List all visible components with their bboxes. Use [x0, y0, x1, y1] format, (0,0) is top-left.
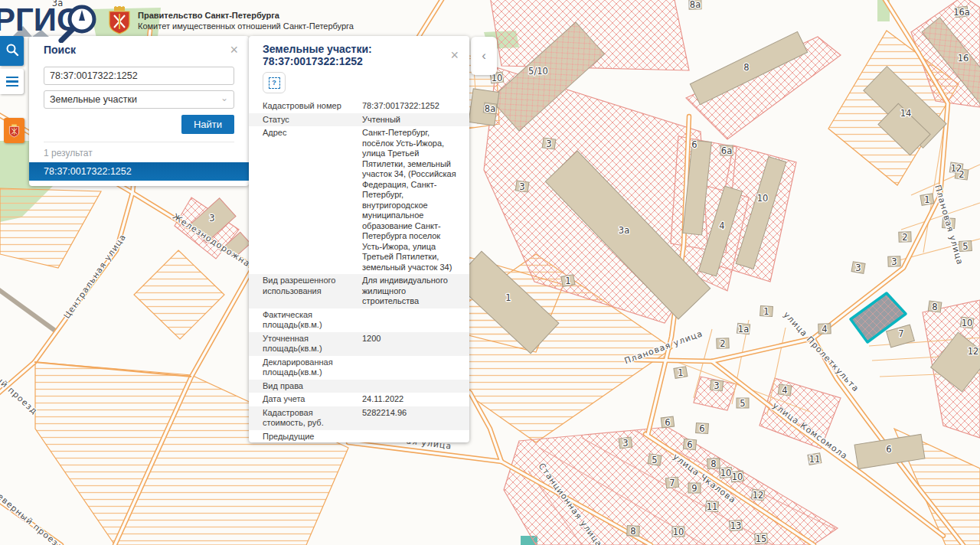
map-number-label: 8: [743, 62, 749, 73]
map-number-label: 8а: [690, 0, 701, 10]
org-line-2: Комитет имущественных отношений Санкт-Пе…: [138, 21, 354, 31]
map-number-label: 8: [932, 302, 937, 312]
map-number-label: 1: [924, 194, 929, 205]
details-row-value: [362, 357, 462, 378]
details-row: Вид разрешенного использованияДля индиви…: [249, 274, 469, 308]
map-number-label: 3: [519, 181, 524, 192]
org-line-1: Правительство Санкт-Петербурга: [138, 10, 354, 21]
map-number-label: 8: [710, 459, 716, 469]
map-number-label: 2: [902, 232, 907, 243]
details-row-value: [362, 310, 462, 331]
details-row-value: 78:37:0017322:1252: [362, 101, 462, 112]
map-number-label: 10: [757, 193, 769, 204]
org-block: Правительство Санкт-Петербурга Комитет и…: [107, 6, 354, 35]
rgis-app: 3а8а16а1685/10108а1466а312231013343а2533…: [0, 0, 980, 545]
details-row: Уточненная площадь(кв.м.)1200: [249, 332, 469, 356]
parcel-details-panel: Земельные участки: 78:37:0017322:1252 × …: [249, 36, 469, 442]
map-number-label: 8а: [485, 103, 495, 114]
details-row: Дата учета24.11.2022: [249, 393, 469, 406]
map-number-label: 3: [209, 213, 214, 224]
toolbar-search-button[interactable]: [0, 36, 24, 66]
map-number-label: 16: [958, 53, 969, 64]
map-number-label: 14: [900, 108, 912, 119]
panel-collapse-button[interactable]: ‹: [471, 37, 497, 75]
map-number-label: 10: [673, 527, 684, 537]
map-number-label: 10: [962, 318, 973, 328]
map-number-label: 2: [959, 169, 964, 180]
map-number-label: 5: [740, 398, 745, 409]
map-number-label: 5: [652, 455, 657, 465]
map-number-label: 6: [691, 139, 697, 150]
map-number-label: 6а: [721, 145, 732, 156]
search-panel-title: Поиск: [44, 44, 76, 56]
map-number-label: 1: [505, 292, 511, 303]
map-number-label: 10: [720, 468, 732, 478]
details-row: АдресСанкт-Петербург, посёлок Усть-Ижора…: [249, 126, 469, 274]
map-number-label: 8: [630, 526, 635, 537]
details-row: Кадастровая стоимость, руб.5282214.96: [249, 406, 469, 430]
map-number-label: 6: [687, 439, 692, 450]
details-row-value: 24.11.2022: [362, 394, 462, 405]
details-row-label: Статус: [263, 115, 362, 126]
parcel-info-tool-button[interactable]: ?: [263, 72, 286, 93]
map-number-label: 10: [732, 472, 743, 482]
details-row-value: [362, 381, 462, 392]
details-row: Кадастровый номер78:37:0017322:1252: [249, 100, 469, 113]
details-row-value: [362, 432, 462, 443]
map-number-label: 2: [720, 338, 725, 349]
map-number-label: 6: [886, 444, 891, 455]
details-panel-title: Земельные участки: 78:37:0017322:1252: [263, 43, 449, 67]
details-panel-close-icon[interactable]: ×: [449, 50, 460, 60]
toolbar-menu-button[interactable]: [0, 69, 24, 94]
toolbar-emblem-button[interactable]: [4, 118, 24, 143]
search-panel-close-icon[interactable]: ×: [228, 44, 240, 55]
map-number-label: 6: [699, 423, 704, 434]
map-number-label: 7: [669, 478, 675, 488]
map-number-label: 1: [565, 276, 570, 286]
search-panel: Поиск × ⌄ Найти 1 результат 78:37:001732…: [29, 36, 249, 186]
map-number-label: 12: [753, 490, 764, 501]
details-row: Декларированная площадь(кв.м.): [249, 356, 469, 380]
details-row-value: Для индивидуального жилищного строительс…: [362, 276, 462, 307]
map-number-label: 5/10: [528, 66, 548, 77]
map-number-label: 11: [809, 454, 821, 465]
details-row-label: Кадастровый номер: [263, 101, 362, 112]
map-number-label: 11: [707, 501, 718, 512]
results-count: 1 результат: [29, 142, 249, 162]
details-row-value: 5282214.96: [362, 408, 462, 429]
search-category-select[interactable]: [44, 90, 234, 109]
details-row-value: Учтенный: [362, 115, 462, 126]
search-icon: [5, 42, 20, 57]
details-row-value: 1200: [362, 334, 462, 354]
map-number-label: 3: [891, 256, 897, 267]
map-number-label: 1: [763, 306, 769, 317]
details-table: Кадастровый номер78:37:0017322:1252Стату…: [249, 100, 469, 442]
spb-emblem-icon: [8, 122, 20, 140]
details-row-value: Санкт-Петербург, посёлок Усть-Ижора, ули…: [362, 128, 462, 272]
details-row-label: Дата учета: [263, 394, 362, 405]
search-result-item[interactable]: 78:37:0017322:1252: [29, 162, 249, 181]
details-row-label: Предыдущие кадастровые номера: [263, 432, 362, 443]
app-header: РГИС Правительство Санкт-Петербурга Коми…: [0, 0, 354, 43]
details-row: Предыдущие кадастровые номера: [249, 430, 469, 443]
details-row-label: Адрес: [263, 128, 362, 272]
details-row-label: Вид разрешенного использования: [263, 276, 362, 307]
search-query-input[interactable]: [44, 67, 234, 85]
map-number-label: 4: [822, 324, 827, 335]
map-number-label: 12: [968, 346, 979, 357]
details-row-label: Вид права: [263, 381, 362, 392]
dashed-question-icon: ?: [269, 77, 280, 89]
map-number-label: 3: [714, 380, 719, 391]
map-number-label: 4: [782, 385, 787, 396]
org-text: Правительство Санкт-Петербурга Комитет и…: [138, 10, 354, 31]
spb-coat-of-arms-icon: [107, 6, 132, 35]
map-number-label: 3а: [619, 225, 629, 236]
map-number-label: 1: [678, 367, 683, 378]
map-number-label: 4: [719, 220, 724, 231]
map-number-label: 15: [756, 534, 767, 544]
find-button[interactable]: Найти: [181, 115, 234, 134]
details-row: Вид права: [249, 380, 469, 393]
map-number-label: 9: [691, 483, 697, 494]
map-number-label: 3: [622, 438, 628, 449]
map-number-label: 6: [665, 417, 670, 428]
